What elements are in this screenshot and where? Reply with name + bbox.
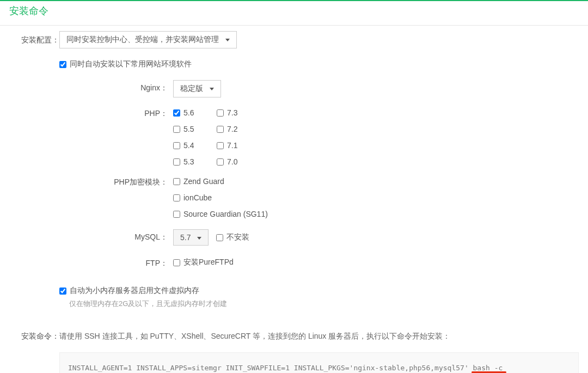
mysql-noinstall-label: 不安装 xyxy=(226,233,249,242)
php-encrypt-row: PHP加密模块： Zend Guard ionCube Source Guard… xyxy=(59,177,579,218)
sg11-checkbox[interactable] xyxy=(173,211,180,218)
php-53-checkbox[interactable] xyxy=(173,158,180,166)
php-encrypt-options: Zend Guard ionCube Source Guardian (SG11… xyxy=(173,177,268,218)
auto-install-env-line: 同时自动安装以下常用网站环境软件 xyxy=(59,59,579,69)
swap-line: 自动为小内存服务器启用文件虚拟内存 xyxy=(59,286,579,296)
php-56-checkbox[interactable] xyxy=(173,109,180,117)
command-content: 请使用 SSH 连接工具，如 PuTTY、XShell、SecureCRT 等，… xyxy=(59,332,579,373)
ioncube-label: ionCube xyxy=(183,193,212,202)
php-71-checkbox[interactable] xyxy=(217,142,224,149)
page-container: { "page": { "title": "安装命令" }, "labels":… xyxy=(0,0,588,373)
php-56-label: 5.6 xyxy=(183,108,194,117)
page-title: 安装命令 xyxy=(0,1,588,26)
sg11-label: Source Guardian (SG11) xyxy=(183,210,268,218)
mysql-noinstall-checkbox[interactable] xyxy=(216,234,223,241)
ioncube-checkbox[interactable] xyxy=(173,194,180,201)
zend-guard-label: Zend Guard xyxy=(183,177,224,186)
php-encrypt-label: PHP加密模块： xyxy=(59,177,173,187)
swap-label: 自动为小内存服务器启用文件虚拟内存 xyxy=(70,286,199,296)
command-instruction: 请使用 SSH 连接工具，如 PuTTY、XShell、SecureCRT 等，… xyxy=(59,332,579,341)
mysql-row: MySQL： 5.7 不安装 xyxy=(59,229,579,246)
code-line-1: INSTALL_AGENT=1 INSTALL_APPS=sitemgr INI… xyxy=(68,364,503,372)
php-label: PHP： xyxy=(59,108,173,119)
zend-guard-checkbox[interactable] xyxy=(173,178,180,185)
php-54-checkbox[interactable] xyxy=(173,142,180,149)
php-73-checkbox[interactable] xyxy=(217,109,224,117)
nginx-select[interactable]: 稳定版 xyxy=(173,80,221,97)
php-options: 5.6 7.3 5.5 7.2 5.4 7.1 5.3 7.0 xyxy=(173,108,260,166)
install-command-code[interactable]: INSTALL_AGENT=1 INSTALL_APPS=sitemgr INI… xyxy=(59,352,579,373)
auto-install-env-label: 同时自动安装以下常用网站环境软件 xyxy=(70,59,192,69)
install-config-select[interactable]: 同时安装控制中心、受控端，并安装网站管理 xyxy=(59,31,237,48)
swap-checkbox[interactable] xyxy=(59,288,66,295)
install-config-value: 同时安装控制中心、受控端，并安装网站管理 xyxy=(66,35,219,44)
caret-down-icon xyxy=(225,39,230,41)
php-72-checkbox[interactable] xyxy=(217,126,224,133)
mysql-label: MySQL： xyxy=(59,229,173,242)
config-label: 安装配置： xyxy=(9,31,59,309)
ftp-option-label: 安装PureFTPd xyxy=(183,258,234,267)
php-54-label: 5.4 xyxy=(183,141,194,150)
ftp-label: FTP： xyxy=(59,258,173,268)
auto-install-env-checkbox[interactable] xyxy=(59,61,66,68)
mysql-value: 5.7 xyxy=(180,233,191,242)
php-70-label: 7.0 xyxy=(227,157,237,166)
nginx-label: Nginx： xyxy=(59,80,173,93)
command-row: 安装命令： 请使用 SSH 连接工具，如 PuTTY、XShell、Secure… xyxy=(0,326,588,373)
ftp-checkbox[interactable] xyxy=(173,259,180,266)
command-label: 安装命令： xyxy=(9,332,59,373)
php-55-checkbox[interactable] xyxy=(173,126,180,133)
php-71-label: 7.1 xyxy=(227,141,237,150)
php-53-label: 5.3 xyxy=(183,157,194,166)
mysql-select[interactable]: 5.7 xyxy=(173,229,209,246)
php-row: PHP： 5.6 7.3 5.5 7.2 5.4 7.1 5.3 7.0 xyxy=(59,108,579,166)
caret-down-icon xyxy=(210,88,214,90)
nginx-row: Nginx： 稳定版 xyxy=(59,80,579,97)
php-73-label: 7.3 xyxy=(227,108,237,117)
ftp-row: FTP： 安装PureFTPd xyxy=(59,256,579,268)
php-70-checkbox[interactable] xyxy=(217,158,224,166)
php-72-label: 7.2 xyxy=(227,125,237,133)
nginx-value: 稳定版 xyxy=(180,84,203,93)
caret-down-icon xyxy=(197,237,201,240)
config-row: 安装配置： 同时安装控制中心、受控端，并安装网站管理 同时自动安装以下常用网站环… xyxy=(0,26,588,314)
config-content: 同时安装控制中心、受控端，并安装网站管理 同时自动安装以下常用网站环境软件 Ng… xyxy=(59,31,579,309)
php-55-label: 5.5 xyxy=(183,125,194,133)
swap-hint: 仅在物理内存在2G及以下，且无虚拟内存时才创建 xyxy=(59,299,579,309)
